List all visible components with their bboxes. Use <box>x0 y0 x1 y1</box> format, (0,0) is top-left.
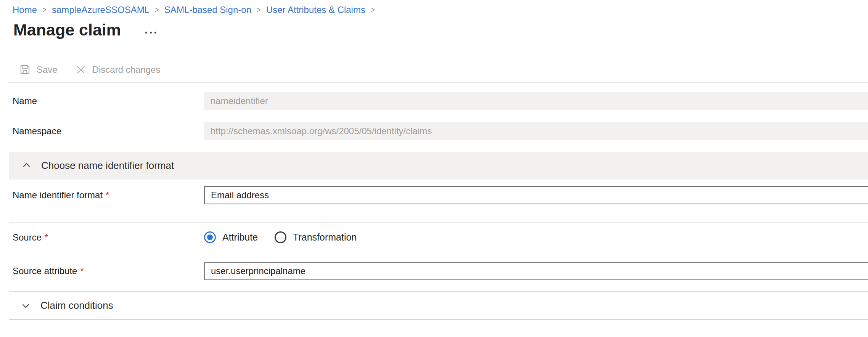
name-input <box>204 92 868 110</box>
label-text: Source attribute <box>13 266 77 276</box>
manage-claim-page: Home > sampleAzureSSOSAML > SAML-based S… <box>0 0 868 337</box>
radio-selected-icon <box>204 231 216 243</box>
namespace-field-label: Namespace <box>0 126 204 136</box>
source-attribute-row: Source attribute* <box>0 262 868 280</box>
radio-option-attribute[interactable]: Attribute <box>204 231 258 243</box>
save-button-label: Save <box>37 64 58 75</box>
source-label: Source* <box>0 232 204 243</box>
title-row: Manage claim <box>13 21 868 39</box>
radio-unselected-icon <box>275 231 286 243</box>
breadcrumb-separator: > <box>155 5 159 15</box>
section-divider <box>9 222 868 223</box>
radio-option-transformation[interactable]: Transformation <box>275 231 357 243</box>
save-button[interactable]: Save <box>19 64 58 75</box>
namespace-field-row: Namespace <box>0 122 868 140</box>
name-identifier-format-label: Name identifier format* <box>0 190 204 201</box>
source-row: Source* Attribute Transformation <box>0 231 868 243</box>
section-title: Claim conditions <box>40 300 113 311</box>
section-claim-conditions[interactable]: Claim conditions <box>9 291 868 320</box>
breadcrumb-app[interactable]: sampleAzureSSOSAML <box>52 5 149 15</box>
required-asterisk: * <box>80 266 84 276</box>
ellipsis-icon <box>150 32 152 34</box>
chevron-up-icon <box>21 160 32 171</box>
close-icon <box>75 64 87 75</box>
namespace-input <box>204 122 868 140</box>
breadcrumb-home[interactable]: Home <box>13 5 37 15</box>
name-field-row: Name <box>0 92 868 110</box>
required-asterisk: * <box>106 190 109 200</box>
ellipsis-icon <box>145 32 147 34</box>
name-identifier-format-dropdown[interactable]: Email address <box>204 186 868 204</box>
breadcrumb-user-attributes-claims[interactable]: User Attributes & Claims <box>266 5 365 15</box>
breadcrumb: Home > sampleAzureSSOSAML > SAML-based S… <box>0 0 868 15</box>
breadcrumb-separator: > <box>42 5 46 15</box>
radio-attribute-label: Attribute <box>222 232 258 243</box>
label-text: Name identifier format <box>13 190 103 200</box>
radio-transformation-label: Transformation <box>293 232 357 243</box>
toolbar-divider <box>8 82 868 83</box>
chevron-down-icon <box>21 300 31 311</box>
source-radio-group: Attribute Transformation <box>204 231 868 243</box>
required-asterisk: * <box>45 232 48 242</box>
section-choose-name-identifier-format[interactable]: Choose name identifier format <box>9 152 868 180</box>
name-identifier-format-row: Name identifier format* Email address <box>0 186 868 204</box>
name-field-label: Name <box>0 96 204 106</box>
source-attribute-label: Source attribute* <box>0 266 204 276</box>
breadcrumb-separator: > <box>257 5 260 15</box>
save-icon <box>19 64 31 75</box>
command-bar: Save Discard changes <box>19 64 868 75</box>
discard-changes-label: Discard changes <box>92 64 161 75</box>
more-menu-button[interactable] <box>143 29 159 36</box>
section-title: Choose name identifier format <box>41 160 174 172</box>
breadcrumb-saml-signon[interactable]: SAML-based Sign-on <box>164 5 251 15</box>
label-text: Source <box>13 232 42 242</box>
breadcrumb-separator: > <box>371 5 375 15</box>
source-attribute-input[interactable] <box>204 262 868 280</box>
page-title: Manage claim <box>13 21 121 39</box>
discard-changes-button[interactable]: Discard changes <box>75 64 161 75</box>
ellipsis-icon <box>154 32 156 34</box>
